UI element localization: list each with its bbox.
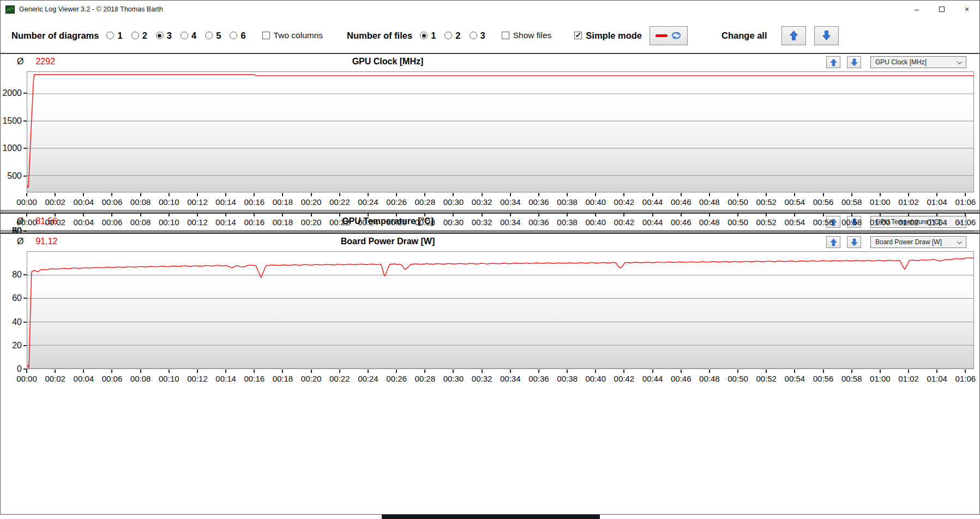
x-tick-label: 00:38 xyxy=(557,374,578,383)
file-count-radio-2[interactable]: 2 xyxy=(444,31,460,41)
x-tick-mark xyxy=(794,193,795,196)
x-tick-label: 00:40 xyxy=(585,197,606,207)
x-tick-mark xyxy=(140,213,141,216)
line-style-refresh-button[interactable] xyxy=(650,26,688,45)
y-tick-label: 40 xyxy=(12,317,22,327)
x-tick-label: 00:34 xyxy=(500,374,521,383)
x-tick-mark xyxy=(368,370,369,373)
x-tick-mark xyxy=(368,213,369,216)
file-count-radio-1[interactable]: 1 xyxy=(420,31,436,41)
x-tick-mark xyxy=(794,213,795,216)
x-tick-mark xyxy=(169,370,170,373)
x-tick-mark xyxy=(140,193,141,196)
x-tick-mark xyxy=(254,213,255,216)
two-columns-checkbox[interactable]: Two columns xyxy=(262,31,323,40)
signal-select-dropdown[interactable]: GPU Clock [MHz] xyxy=(870,56,966,68)
x-tick-label: 00:26 xyxy=(386,197,407,207)
x-tick-label: 00:48 xyxy=(699,197,720,207)
x-tick-mark xyxy=(538,193,539,196)
move-chart-up-button[interactable] xyxy=(826,56,840,68)
y-tick-mark xyxy=(23,345,27,346)
x-tick-mark xyxy=(83,193,84,196)
x-tick-label: 01:02 xyxy=(898,218,919,227)
y-tick-label: 60 xyxy=(12,293,22,303)
x-tick-mark xyxy=(965,213,966,216)
x-tick-label: 00:12 xyxy=(187,374,208,383)
chevron-down-icon xyxy=(957,59,963,64)
x-tick-mark xyxy=(482,193,483,196)
x-tick-mark xyxy=(936,213,937,216)
chart-header: Ø2292GPU Clock [MHz]GPU Clock [MHz] xyxy=(1,54,979,70)
move-chart-up-button[interactable] xyxy=(826,236,840,248)
x-tick-label: 00:06 xyxy=(102,218,123,227)
x-tick-mark xyxy=(652,213,653,216)
x-tick-label: 00:50 xyxy=(728,197,748,207)
x-tick-label: 00:08 xyxy=(130,218,151,227)
x-tick-label: 00:16 xyxy=(244,218,265,227)
x-tick-mark xyxy=(681,213,682,216)
x-tick-label: 00:54 xyxy=(785,218,805,227)
x-tick-label: 00:30 xyxy=(443,218,464,227)
move-chart-down-button[interactable] xyxy=(847,236,861,248)
x-tick-label: 00:44 xyxy=(642,218,663,227)
x-tick-mark xyxy=(737,193,738,196)
x-tick-mark xyxy=(510,370,511,373)
signal-select-dropdown[interactable]: Board Power Draw [W] xyxy=(870,236,966,248)
diagram-count-radio-3[interactable]: 3 xyxy=(156,31,172,41)
x-tick-label: 01:04 xyxy=(927,374,947,383)
x-tick-mark xyxy=(880,370,881,373)
x-tick-mark xyxy=(339,213,340,216)
x-tick-label: 00:54 xyxy=(785,197,805,207)
x-tick-mark xyxy=(908,370,909,373)
move-chart-down-button[interactable] xyxy=(847,56,861,68)
x-tick-label: 00:24 xyxy=(358,197,378,207)
maximize-button[interactable] xyxy=(929,1,954,18)
diagram-count-radio-label: 4 xyxy=(191,31,196,41)
window-controls: – × xyxy=(904,1,979,18)
x-tick-mark xyxy=(538,213,539,216)
change-all-down-button[interactable] xyxy=(814,26,839,45)
x-tick-mark xyxy=(823,193,824,196)
x-tick-mark xyxy=(26,193,27,196)
x-tick-mark xyxy=(510,213,511,216)
y-tick-label: 2000 xyxy=(2,88,22,98)
x-tick-mark xyxy=(595,213,596,216)
x-tick-row xyxy=(27,192,974,196)
number-of-diagrams-label: Number of diagrams xyxy=(11,31,99,41)
x-tick-label: 00:24 xyxy=(358,218,378,227)
diagram-count-radio-2[interactable]: 2 xyxy=(131,31,147,41)
x-tick-label: 00:30 xyxy=(443,197,464,207)
checkbox-icon xyxy=(574,32,582,39)
number-of-files-label: Number of files xyxy=(347,31,412,41)
diagram-count-radio-label: 6 xyxy=(241,31,245,41)
x-tick-label: 00:36 xyxy=(528,218,549,227)
chart-panel-board-power-draw-w: Ø91,12Board Power Draw [W]Board Power Dr… xyxy=(1,233,979,387)
x-tick-label: 00:00 xyxy=(16,374,37,383)
close-button[interactable]: × xyxy=(954,1,979,18)
radio-icon xyxy=(205,32,213,39)
x-tick-mark xyxy=(225,213,226,216)
x-tick-label: 00:08 xyxy=(130,374,151,383)
x-tick-mark xyxy=(851,193,852,196)
simple-mode-checkbox[interactable]: Simple mode xyxy=(574,31,642,41)
x-tick-label: 00:20 xyxy=(301,374,322,383)
radio-icon xyxy=(444,32,452,39)
x-tick-mark xyxy=(368,193,369,196)
diagram-count-radio-4[interactable]: 4 xyxy=(181,31,196,41)
window-title: Generic Log Viewer 3.2 - © 2018 Thomas B… xyxy=(19,5,163,13)
diagram-count-radio-5[interactable]: 5 xyxy=(205,31,221,41)
radio-icon xyxy=(106,32,114,39)
chart-svg xyxy=(27,252,973,369)
x-tick-label: 00:20 xyxy=(301,197,322,207)
series-line xyxy=(27,75,973,188)
checkbox-icon xyxy=(262,32,270,39)
maximize-icon xyxy=(939,7,945,12)
x-tick-mark xyxy=(225,193,226,196)
change-all-up-button[interactable] xyxy=(781,26,806,45)
diagram-count-radio-1[interactable]: 1 xyxy=(106,31,122,41)
minimize-button[interactable]: – xyxy=(904,1,929,18)
show-files-checkbox[interactable]: Show files xyxy=(502,31,552,40)
y-tick-label: 80 xyxy=(12,270,22,280)
diagram-count-radio-6[interactable]: 6 xyxy=(230,31,245,41)
file-count-radio-3[interactable]: 3 xyxy=(470,31,485,41)
